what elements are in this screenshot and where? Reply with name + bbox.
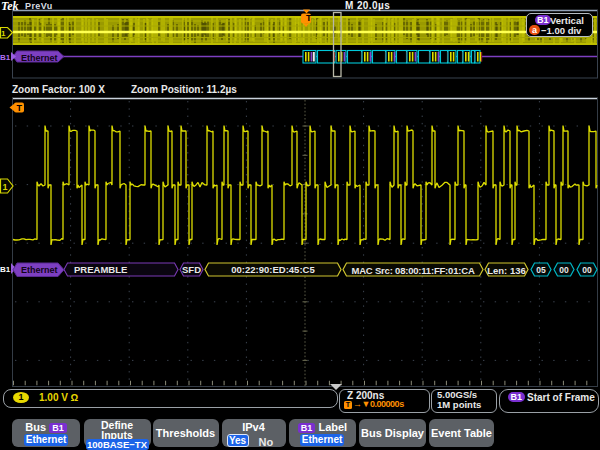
svg-text:1: 1 xyxy=(3,182,8,192)
